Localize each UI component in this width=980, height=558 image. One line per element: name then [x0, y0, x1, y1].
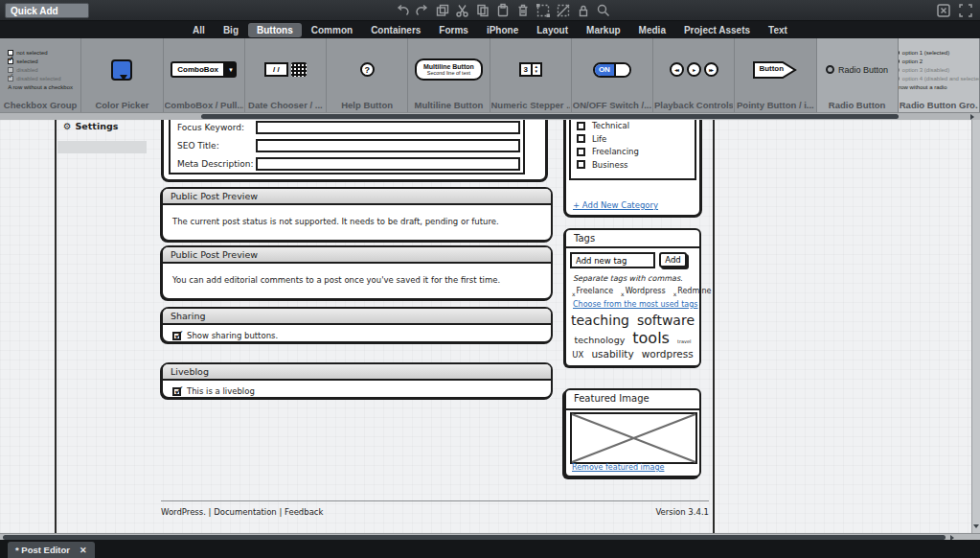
- category-checkbox-row[interactable]: Technical: [571, 120, 695, 132]
- mockup-canvas[interactable]: ⚙ Settings Focus Keyword:SEO Title:Meta …: [0, 120, 971, 533]
- combobox-preview-control: ComboBox▼: [171, 61, 237, 78]
- add-tag-input[interactable]: [570, 252, 655, 268]
- category-tab-buttons[interactable]: Buttons: [248, 23, 302, 37]
- scroll-down-arrow[interactable]: [973, 524, 979, 531]
- remove-tag-icon[interactable]: x: [621, 291, 625, 297]
- category-tab-all[interactable]: All: [184, 23, 214, 37]
- fullscreen-icon[interactable]: [958, 3, 973, 18]
- tag-chip[interactable]: xRedmine: [673, 287, 712, 297]
- tag-chip[interactable]: xFreelance: [572, 287, 613, 297]
- palette-item-radio-button-group[interactable]: option 1 (selected)option 2option 3 (dis…: [899, 38, 980, 112]
- panel-title: Sharing: [163, 309, 551, 325]
- field-input[interactable]: [256, 139, 520, 152]
- palette-item-pointy-button[interactable]: ButtonPointy Button / i...: [735, 38, 816, 112]
- category-tab-markup[interactable]: Markup: [578, 23, 629, 37]
- switch-on-label: ON: [595, 64, 614, 76]
- tag-cloud: teachingsoftwaretechnologytoolstravelUXu…: [570, 313, 695, 360]
- canvas-vertical-scrollbar[interactable]: [971, 120, 980, 533]
- category-checkbox-row[interactable]: Life: [571, 132, 695, 146]
- category-checkbox[interactable]: [577, 160, 585, 169]
- close-tab-icon[interactable]: ✕: [80, 546, 87, 555]
- redo-icon[interactable]: [415, 3, 430, 18]
- tag-cloud-item[interactable]: tools: [632, 329, 670, 347]
- most-used-tags-link[interactable]: Choose from the most used tags: [573, 300, 698, 309]
- category-tab-common[interactable]: Common: [303, 23, 361, 37]
- close-project-icon[interactable]: [936, 3, 951, 18]
- category-tab-iphone[interactable]: iPhone: [478, 23, 527, 37]
- tag-cloud-item[interactable]: teaching: [571, 313, 629, 328]
- group-icon[interactable]: [536, 3, 551, 18]
- category-checkbox[interactable]: [577, 122, 585, 130]
- palette-item-multiline-button[interactable]: Multiline ButtonSecond line of textMulti…: [408, 38, 490, 112]
- wf-seo-panel[interactable]: Focus Keyword:SEO Title:Meta Description…: [161, 120, 548, 182]
- zoom-icon[interactable]: [596, 3, 611, 18]
- tag-cloud-item[interactable]: travel: [677, 338, 692, 344]
- category-checkbox[interactable]: [577, 134, 585, 143]
- category-tab-big[interactable]: Big: [215, 23, 247, 37]
- palette-item-playback-controls[interactable]: ◂◂▸▸▸Playback Controls: [653, 38, 735, 112]
- tag-cloud-item[interactable]: technology: [575, 335, 626, 345]
- field-label: SEO Title:: [177, 141, 219, 151]
- wf-tags-panel[interactable]: Tags Add Separate tags with commas. xFre…: [564, 228, 701, 367]
- palette-item-combobox[interactable]: ComboBox▼ComboBox / Pull...: [164, 38, 245, 112]
- ungroup-icon[interactable]: [556, 3, 571, 18]
- field-input[interactable]: [256, 121, 520, 134]
- remove-tag-icon[interactable]: x: [572, 291, 576, 297]
- category-tab-text[interactable]: Text: [760, 23, 796, 37]
- remove-tag-icon[interactable]: x: [673, 291, 677, 297]
- palette-item-checkbox-group[interactable]: not selectedselecteddisableddisabled sel…: [0, 38, 81, 112]
- image-placeholder[interactable]: [570, 412, 697, 464]
- wf-panel-public-post-preview-1[interactable]: Public Post Preview The current post sta…: [161, 187, 553, 242]
- preview-row: selected: [8, 57, 73, 65]
- footer-version-text: Version 3.4.1: [655, 507, 709, 517]
- tag-cloud-item[interactable]: UX: [572, 350, 583, 360]
- delete-icon[interactable]: [515, 3, 531, 18]
- lock-icon[interactable]: [576, 3, 591, 18]
- undo-icon[interactable]: [395, 3, 410, 18]
- category-tab-containers[interactable]: Containers: [362, 23, 429, 37]
- copy-icon[interactable]: [475, 3, 490, 18]
- palette-item-numeric-stepper[interactable]: 3▲▼Numeric Stepper ...: [490, 38, 572, 112]
- cut-icon[interactable]: [455, 3, 470, 18]
- wf-panel-liveblog[interactable]: Liveblog This is a liveblog: [161, 362, 553, 399]
- tag-cloud-item[interactable]: software: [637, 313, 695, 328]
- wf-panel-sharing[interactable]: Sharing Show sharing buttons.: [161, 307, 553, 343]
- field-input[interactable]: [256, 157, 520, 171]
- liveblog-checkbox[interactable]: [172, 387, 181, 396]
- sharing-checkbox[interactable]: [172, 332, 181, 340]
- category-checkbox-row[interactable]: Freelancing: [571, 146, 695, 159]
- canvas-horizontal-scrollbar[interactable]: [0, 533, 980, 540]
- wf-featured-image-panel[interactable]: Featured Image Remove featured image: [564, 388, 701, 477]
- add-new-category-link[interactable]: + Add New Category: [573, 200, 658, 210]
- tag-cloud-item[interactable]: wordpress: [642, 348, 694, 360]
- palette-item-onoff-switch[interactable]: ONON/OFF Switch /...: [572, 38, 653, 112]
- palette-scrollbar[interactable]: [0, 112, 980, 120]
- radio-icon: [899, 58, 900, 64]
- remove-featured-image-link[interactable]: Remove featured image: [572, 463, 664, 472]
- wf-panel-public-post-preview-2[interactable]: Public Post Preview You can add editoria…: [161, 245, 553, 300]
- tag-chip[interactable]: xWordpress: [621, 287, 666, 297]
- palette-item-radio-button[interactable]: Radio ButtonRadio Button: [817, 38, 899, 112]
- paste-icon[interactable]: [495, 3, 511, 18]
- palette-item-date-chooser[interactable]: / /Date Chooser / ...: [245, 38, 327, 112]
- play-icon: ▸: [687, 62, 701, 77]
- quick-add-input[interactable]: [5, 3, 89, 18]
- add-tag-button[interactable]: Add: [659, 252, 687, 267]
- palette-item-help-button[interactable]: ?Help Button: [327, 38, 408, 112]
- tag-cloud-item[interactable]: usability: [591, 348, 633, 360]
- category-tab-project-assets[interactable]: Project Assets: [675, 23, 759, 37]
- wf-sidebar-selected-row[interactable]: [57, 141, 147, 153]
- seo-field-row: SEO Title:: [177, 141, 517, 156]
- category-tab-forms[interactable]: Forms: [430, 23, 477, 37]
- palette-scrollbar-thumb[interactable]: [201, 114, 899, 119]
- preview-row: disabled selected: [8, 74, 73, 82]
- category-checkbox-row[interactable]: Business: [571, 158, 695, 172]
- category-checkbox[interactable]: [577, 148, 585, 156]
- wf-categories-panel[interactable]: TeamTechnicalLifeFreelancingBusiness + A…: [563, 120, 702, 218]
- wf-sidebar-settings[interactable]: ⚙ Settings: [63, 121, 118, 131]
- category-tab-layout[interactable]: Layout: [528, 23, 577, 37]
- category-tab-media[interactable]: Media: [630, 23, 674, 37]
- tab-post-editor[interactable]: * Post Editor ✕: [8, 542, 95, 558]
- palette-item-color-picker[interactable]: Color Picker: [81, 38, 163, 112]
- duplicate-icon[interactable]: [435, 3, 450, 18]
